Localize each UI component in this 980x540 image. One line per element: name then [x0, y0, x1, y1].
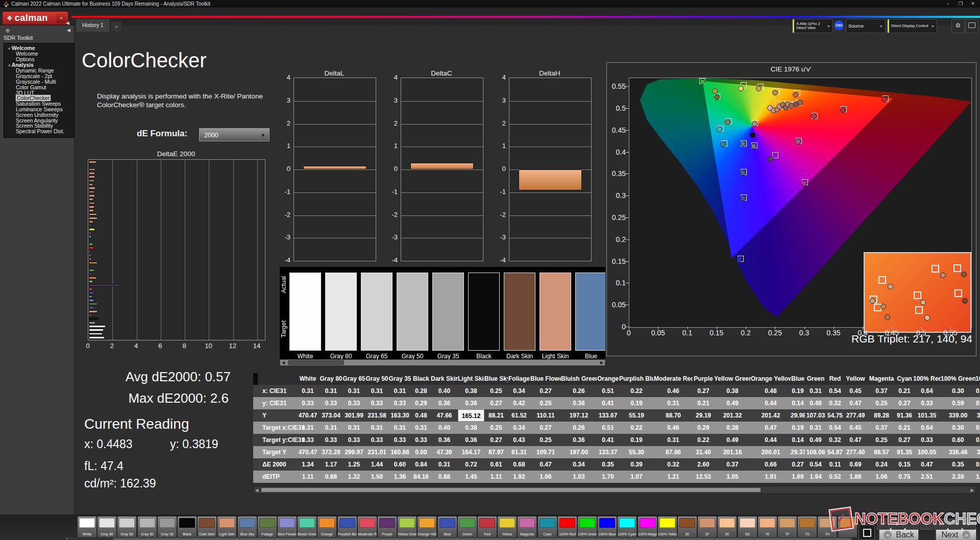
patch-button-bluish-green[interactable]: Bluish Green [297, 516, 317, 538]
swatch-white[interactable] [289, 273, 321, 351]
patch-button-orange[interactable]: Orange [317, 516, 337, 538]
de-formula-dropdown[interactable]: 2000▼ [199, 128, 270, 141]
swatch-dark-skin[interactable] [504, 273, 535, 351]
tab-history-1[interactable]: History 1 [76, 18, 110, 32]
swatch-gray-80[interactable] [325, 273, 357, 351]
patch-button-purple[interactable]: Purple [377, 516, 397, 538]
patch-button-gray-65[interactable]: Gray 65 [117, 516, 137, 538]
cdm2-stat: cd/m²: 162.39 [84, 477, 156, 490]
table-cell: 0.31 [296, 422, 320, 434]
sidebar-item-welcome[interactable]: ◢Welcome [8, 45, 35, 51]
patch-color-chip [359, 518, 375, 528]
patch-button-dark-skin[interactable]: Dark Skin [197, 516, 217, 538]
meter-dropdown[interactable]: X-Rite i1Pro 2Direct View ▼ [792, 19, 833, 33]
swatch-gray-35[interactable] [432, 273, 464, 351]
patch-button-100-cyan[interactable]: 100% Cyan [617, 516, 637, 538]
table-scrollbar[interactable]: ◀▶ [253, 486, 976, 494]
scroll-left-icon[interactable]: ◀ [255, 488, 258, 493]
swatch-gray-50[interactable] [397, 273, 428, 351]
swatch-black[interactable] [468, 273, 500, 351]
patch-color-chip [199, 518, 215, 528]
swatch-gray-65[interactable] [361, 273, 393, 351]
patch-button-cyan[interactable]: Cyan [537, 516, 557, 538]
table-scrollbar-thumb[interactable] [261, 487, 761, 493]
gear-icon[interactable]: ⚙ [951, 19, 965, 33]
swatch-scrollbar-thumb[interactable] [288, 360, 344, 365]
patch-button-100-yellow[interactable]: 100% Yellow [657, 516, 677, 538]
swatch-light-skin[interactable] [540, 273, 571, 351]
patch-button-2e[interactable]: 2E [677, 516, 697, 538]
table-cell: 0.43 [508, 434, 530, 446]
patch-label: Purple [378, 532, 397, 536]
gridline [509, 101, 591, 102]
scroll-right-icon[interactable]: ▶ [971, 488, 974, 493]
patch-color-chip [659, 518, 675, 528]
patch-button-green[interactable]: Green [457, 516, 477, 538]
display-control-dropdown[interactable]: Direct Display Control ▼ [887, 19, 937, 33]
patch-button-7f[interactable]: 7F [777, 516, 797, 538]
patch-button-gray-50[interactable]: Gray 50 [137, 516, 157, 538]
swatch-blue[interactable] [575, 273, 605, 351]
patch-button-yellow[interactable]: Yellow [497, 516, 517, 538]
patch-button-orange-yellow[interactable]: Orange Yellow [417, 516, 437, 538]
sidebar-item-analysis[interactable]: ◢Analysis [8, 62, 34, 68]
collapse-panel-arrow-icon[interactable]: ◀ [66, 20, 69, 26]
sidebar-collapse-icon[interactable]: ◀ [67, 28, 70, 33]
patch-button-2f[interactable]: 2F [697, 516, 717, 538]
table-cell: 0.11 [826, 458, 844, 471]
patch-button-foliage[interactable]: Foliage [257, 516, 277, 538]
sidebar-pin-icon[interactable] [5, 28, 11, 34]
table-cell: 0.48 [411, 409, 431, 422]
expand-triangle-icon[interactable]: ◢ [8, 63, 10, 66]
patch-button-100-green[interactable]: 100% Green [577, 516, 597, 538]
scroll-right-icon[interactable]: ▶ [600, 360, 603, 365]
patch-label: White [78, 532, 96, 536]
patch-button-yellow-green[interactable]: Yellow Green [397, 516, 417, 538]
tab-new[interactable]: + [110, 21, 122, 32]
cie-measured-point [751, 143, 756, 149]
source-dropdown[interactable]: Source ▼ [846, 19, 886, 33]
patch-label: 100% Yellow [658, 532, 677, 536]
page-description: Display analysis is performed with the X… [97, 92, 273, 109]
patch-button-blue-sky[interactable]: Blue Sky [237, 516, 257, 538]
close-button[interactable]: ✕ [967, 1, 978, 7]
patch-button-blue-flower[interactable]: Blue Flower [277, 516, 297, 538]
deltae-bar [89, 217, 97, 219]
patch-button-7g[interactable]: 7G [797, 516, 817, 538]
sidebar-panel: ◀ SDR Toolkit ◢WelcomeWelcomeOptions◢Ana… [0, 26, 75, 540]
patch-button-5d[interactable]: 5D [738, 516, 757, 538]
patch-button-moderate-red[interactable]: Moderate Red [357, 516, 377, 538]
sidebar-item-spectral-power-dist-[interactable]: Spectral Power Dist. [16, 128, 64, 134]
patch-button-100-magenta[interactable]: 100% Magenta [638, 516, 657, 538]
patch-button-white[interactable]: White [77, 516, 97, 538]
patch-button-100-blue[interactable]: 100% Blue [597, 516, 617, 538]
title-bar[interactable]: Calman 2022 Calman Ultimate for Business… [0, 0, 980, 8]
table-cell: 0.31 [342, 385, 365, 397]
y-tick-label: -3 [383, 233, 398, 241]
calman-menu-chevron-icon[interactable]: ▼ [56, 13, 66, 23]
y-tick-label: 1 [492, 142, 506, 150]
calman-menu-button[interactable]: ❖ calman ▼ [2, 11, 68, 25]
table-cell: 0.42 [508, 397, 530, 409]
maximize-button[interactable]: ❒ [955, 1, 966, 7]
table-cell: 61.52 [508, 409, 530, 422]
table-cell: 0.64 [913, 385, 941, 397]
patch-button-2k[interactable]: 2K [717, 516, 737, 538]
expand-triangle-icon[interactable]: ◢ [8, 46, 10, 50]
swatch-scrollbar[interactable]: ◀▶ [280, 359, 605, 365]
patch-label: 7G [798, 532, 817, 536]
scroll-left-icon[interactable]: ◀ [282, 360, 285, 365]
patch-button-gray-35[interactable]: Gray 35 [157, 516, 177, 538]
patch-button-magenta[interactable]: Magenta [517, 516, 537, 538]
patch-button-100-red[interactable]: 100% Red [557, 516, 577, 538]
patch-button-blue[interactable]: Blue [437, 516, 457, 538]
table-cell: 0.54 [826, 422, 844, 434]
patch-button-7e[interactable]: 7E [757, 516, 777, 538]
patch-button-gray-80[interactable]: Gray 80 [97, 516, 117, 538]
patch-button-purplish-blue[interactable]: Purplish Blue [337, 516, 357, 538]
patch-button-red[interactable]: Red [477, 516, 497, 538]
patch-button-light-skin[interactable]: Light Skin [217, 516, 237, 538]
patch-button-black[interactable]: Black [177, 516, 197, 538]
minimize-button[interactable]: – [942, 1, 953, 7]
monitor-icon[interactable] [965, 19, 978, 33]
